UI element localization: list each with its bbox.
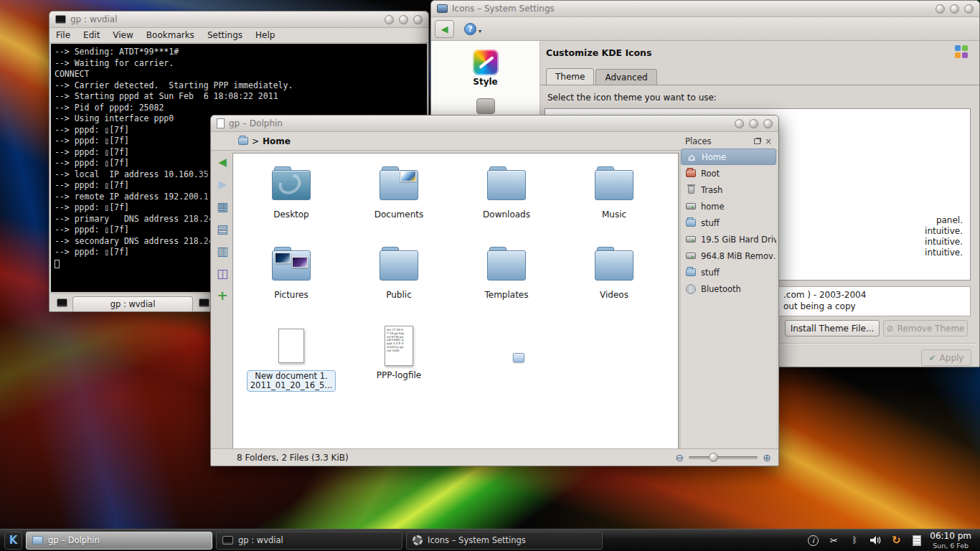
terminal-icon [222,536,233,545]
place-item-home-drive[interactable]: home [681,198,776,215]
close-panel-icon[interactable]: × [765,136,772,146]
dolphin-file-view[interactable]: Desktop Documents Downloads Music Pictur… [232,153,679,450]
minimize-button[interactable] [385,15,394,24]
folder-item-public[interactable]: Public [345,242,453,323]
clock[interactable]: 06:10 pm Sun, 6 Feb [930,531,971,550]
item-label: Desktop [273,209,309,220]
back-button[interactable]: ◀ [213,153,232,171]
task-wvdial[interactable]: gp : wvdial [216,532,402,550]
sidebar-item-icon[interactable] [476,98,495,114]
clipboard-icon[interactable] [910,534,923,547]
update-notifier-icon[interactable]: ↻ [890,534,903,547]
place-label: Bluetooth [701,284,741,294]
konsole-tab[interactable]: gp : wvdial [72,296,193,311]
close-button[interactable] [763,119,773,128]
minimize-button[interactable] [735,119,744,128]
file-preview-line: uid 1000 [387,349,411,353]
folder-icon [487,170,526,200]
menu-view[interactable]: View [106,29,139,42]
clock-date: Sun, 6 Feb [930,542,971,550]
place-item-home[interactable]: ⌂ Home [681,149,776,165]
new-tab-button[interactable] [54,296,70,310]
maximize-button[interactable] [950,4,959,14]
folder-item-videos[interactable]: Videos [560,242,668,323]
menu-file[interactable]: File [50,29,77,42]
blocked-icon: ⊘ [887,324,894,334]
folder-item-documents[interactable]: Documents [345,162,453,242]
place-item-removable[interactable]: 964.8 MiB Remov… [681,248,776,264]
breadcrumb-home[interactable]: Home [263,136,291,146]
float-panel-icon[interactable] [754,138,760,144]
place-item-bluetooth[interactable]: ᛒ Bluetooth [681,281,776,297]
stray-file-icon [513,353,524,362]
place-item-stuff2[interactable]: stuff [681,264,776,281]
folder-icon [595,170,633,200]
menu-settings[interactable]: Settings [201,29,249,42]
minimize-button[interactable] [936,4,945,14]
folder-item-downloads[interactable]: Downloads [453,162,560,242]
menu-help[interactable]: Help [249,29,281,42]
maximize-button[interactable] [749,119,758,128]
tab-list-button[interactable] [196,296,212,310]
terminal-line: --> Starting pppd at Sun Feb 6 18:08:22 … [55,91,423,103]
icons-view-button[interactable]: ▦ [213,197,232,216]
plus-icon: + [217,289,227,302]
style-icon [473,50,499,75]
split-view-button[interactable]: ◫ [213,264,232,283]
tab-advanced[interactable]: Advanced [595,69,656,85]
place-label: stuff [701,218,720,228]
back-button[interactable]: ◀ [435,20,454,38]
details-view-button[interactable]: ▤ [213,220,232,238]
kmenu-icon: K [9,534,18,547]
sidebar-item-style[interactable]: Style [431,50,540,87]
notifications-icon[interactable]: i [806,534,819,547]
remove-theme-button[interactable]: ⊘ Remove Theme [883,320,968,336]
zoom-slider-handle[interactable] [709,453,718,462]
bluetooth-tray-icon[interactable]: ᛒ [848,534,861,547]
tab-theme[interactable]: Theme [546,68,594,85]
trash-icon [685,184,697,196]
apply-button[interactable]: ✔ Apply [921,349,971,366]
task-label: gp : wvdial [238,535,283,545]
menu-edit[interactable]: Edit [77,29,106,42]
file-grid: Desktop Documents Downloads Music Pictur… [233,154,678,403]
place-item-hard-drive[interactable]: 19.5 GiB Hard Drive [681,231,776,248]
folder-item-pictures[interactable]: Pictures [237,242,345,323]
zoom-slider[interactable] [689,456,758,459]
task-dolphin[interactable]: gp – Dolphin [26,532,212,550]
columns-view-button[interactable]: ▥ [213,242,232,260]
place-item-root[interactable]: Root [681,165,776,182]
system-settings-toolbar: ◀ ? ▾ [431,17,979,41]
forward-icon: ▶ [218,179,227,190]
system-settings-titlebar[interactable]: Icons – System Settings [431,1,979,17]
place-item-trash[interactable]: Trash [681,182,776,198]
item-label: PPP-logfile [377,370,421,380]
konsole-titlebar[interactable]: gp : wvdial [50,11,428,28]
zoom-out-icon[interactable]: ⊖ [676,452,684,463]
forward-button[interactable]: ▶ [213,175,232,194]
klipper-icon[interactable]: ✂ [827,534,840,547]
file-item-new-document[interactable]: New document 1. 2011_01_20_16_5... [237,323,345,403]
tab-bar: Theme Advanced [546,68,657,85]
breadcrumb[interactable]: > Home [238,136,291,146]
zoom-in-icon[interactable]: ⊕ [763,452,771,463]
back-icon: ◀ [218,157,227,168]
taskbar: K gp – Dolphin gp : wvdial Icons – Syste… [0,529,980,551]
dolphin-titlebar[interactable]: gp – Dolphin [211,116,778,132]
place-item-stuff[interactable]: stuff [681,215,776,231]
menu-bookmarks[interactable]: Bookmarks [140,29,201,42]
help-button[interactable]: ? [464,23,476,35]
kmenu-button[interactable]: K [4,532,22,550]
close-button[interactable] [964,4,974,14]
file-item-ppp-logfile[interactable]: Jan 17 09:4 7:18 gp-Asp ire-5738 pp pd[1… [345,323,453,403]
install-theme-button[interactable]: Install Theme File... [785,320,880,336]
new-tab-button[interactable]: + [213,286,232,305]
maximize-button[interactable] [399,15,408,24]
remove-theme-label: Remove Theme [897,324,965,334]
close-button[interactable] [413,15,423,24]
volume-icon[interactable] [869,534,882,547]
folder-item-templates[interactable]: Templates [453,242,560,323]
folder-item-desktop[interactable]: Desktop [237,162,345,242]
task-system-settings[interactable]: Icons – System Settings [406,532,603,550]
folder-item-music[interactable]: Music [560,162,668,242]
